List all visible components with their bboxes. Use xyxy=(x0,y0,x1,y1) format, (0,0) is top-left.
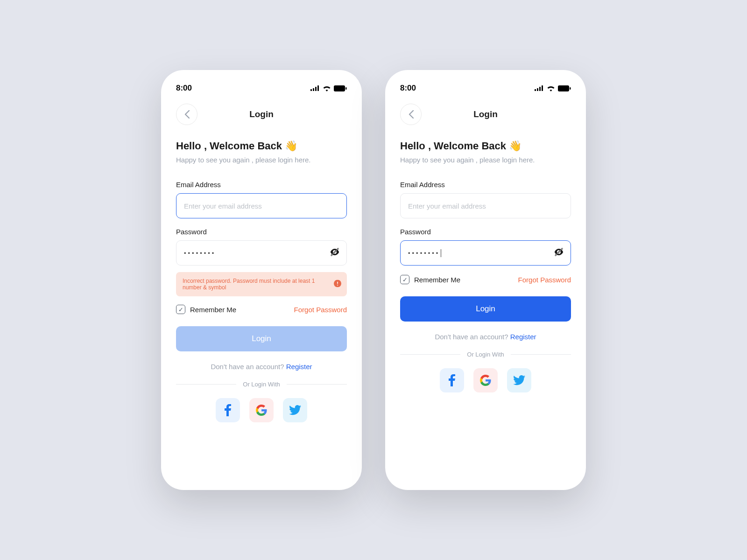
toggle-password-button[interactable] xyxy=(329,246,340,259)
error-icon xyxy=(334,280,341,289)
svg-rect-16 xyxy=(570,87,571,90)
email-input[interactable] xyxy=(176,193,347,218)
twitter-login-button[interactable] xyxy=(507,368,531,392)
divider: Or Login With xyxy=(176,381,347,388)
status-time: 8:00 xyxy=(176,84,192,93)
wave-emoji: 👋 xyxy=(509,140,521,152)
google-login-button[interactable] xyxy=(473,368,498,392)
chevron-left-icon xyxy=(184,110,190,119)
wave-emoji: 👋 xyxy=(285,140,297,152)
facebook-login-button[interactable] xyxy=(440,368,464,392)
forgot-password-link[interactable]: Forgot Password xyxy=(294,306,347,314)
login-screen-error-state: 8:00 Login Hello , Welcome Back 👋 Happy … xyxy=(161,70,362,490)
password-label: Password xyxy=(400,228,571,236)
twitter-icon xyxy=(513,375,525,385)
twitter-icon xyxy=(289,405,301,415)
welcome-heading: Hello , Welcome Back 👋 xyxy=(400,140,571,152)
divider: Or Login With xyxy=(400,351,571,358)
forgot-password-link[interactable]: Forgot Password xyxy=(518,276,571,284)
register-link[interactable]: Register xyxy=(510,333,536,341)
password-input[interactable]: •••••••• xyxy=(400,240,571,266)
svg-rect-15 xyxy=(558,85,569,91)
svg-rect-12 xyxy=(537,88,538,91)
eye-off-icon xyxy=(329,246,340,258)
signal-icon xyxy=(310,85,320,91)
wifi-icon xyxy=(323,85,331,91)
welcome-subheading: Happy to see you again , please login he… xyxy=(176,156,347,164)
battery-icon xyxy=(558,85,571,91)
svg-rect-9 xyxy=(337,282,338,284)
login-button[interactable]: Login xyxy=(400,296,571,322)
email-label: Email Address xyxy=(400,181,571,189)
status-time: 8:00 xyxy=(400,84,416,93)
battery-icon xyxy=(334,85,347,91)
facebook-login-button[interactable] xyxy=(216,398,240,422)
checkbox-icon: ✓ xyxy=(400,275,409,284)
checkbox-icon: ✓ xyxy=(176,305,185,314)
chevron-left-icon xyxy=(409,110,414,119)
wifi-icon xyxy=(547,85,555,91)
statusbar: 8:00 xyxy=(400,83,571,93)
svg-rect-5 xyxy=(345,87,347,90)
register-link[interactable]: Register xyxy=(286,363,312,371)
svg-rect-14 xyxy=(542,85,543,91)
svg-point-10 xyxy=(337,285,338,286)
password-label: Password xyxy=(176,228,347,236)
login-screen-normal-state: 8:00 Login Hello , Welcome Back 👋 Happy … xyxy=(385,70,586,490)
eye-off-icon xyxy=(553,246,564,258)
error-message: Incorrect password. Password must includ… xyxy=(176,272,347,296)
navbar: Login xyxy=(400,104,571,125)
svg-rect-1 xyxy=(313,88,314,91)
status-icons xyxy=(310,85,347,91)
welcome-heading: Hello , Welcome Back 👋 xyxy=(176,140,347,152)
signup-row: Don't have an account? Register xyxy=(400,333,571,341)
back-button[interactable] xyxy=(176,104,197,125)
google-login-button[interactable] xyxy=(249,398,274,422)
login-button[interactable]: Login xyxy=(176,326,347,351)
remember-me-checkbox[interactable]: ✓ Remember Me xyxy=(176,305,236,314)
signal-icon xyxy=(535,85,544,91)
back-button[interactable] xyxy=(400,104,422,125)
google-icon xyxy=(480,375,491,386)
text-cursor xyxy=(441,249,441,257)
page-title: Login xyxy=(473,109,498,119)
page-title: Login xyxy=(249,109,274,119)
email-input[interactable] xyxy=(400,193,571,218)
social-login-row xyxy=(176,398,347,422)
svg-rect-4 xyxy=(334,85,345,91)
password-input[interactable]: •••••••• xyxy=(176,240,347,266)
facebook-icon xyxy=(449,374,455,386)
remember-me-checkbox[interactable]: ✓ Remember Me xyxy=(400,275,460,284)
svg-rect-0 xyxy=(310,89,312,91)
signup-row: Don't have an account? Register xyxy=(176,363,347,371)
toggle-password-button[interactable] xyxy=(553,246,564,259)
twitter-login-button[interactable] xyxy=(283,398,307,422)
facebook-icon xyxy=(225,404,231,416)
welcome-subheading: Happy to see you again , please login he… xyxy=(400,156,571,164)
svg-rect-13 xyxy=(539,87,541,91)
svg-rect-2 xyxy=(315,87,317,91)
navbar: Login xyxy=(176,104,347,125)
email-label: Email Address xyxy=(176,181,347,189)
social-login-row xyxy=(400,368,571,392)
statusbar: 8:00 xyxy=(176,83,347,93)
svg-rect-3 xyxy=(317,85,319,91)
svg-rect-11 xyxy=(535,89,536,91)
google-icon xyxy=(256,405,267,416)
status-icons xyxy=(535,85,571,91)
